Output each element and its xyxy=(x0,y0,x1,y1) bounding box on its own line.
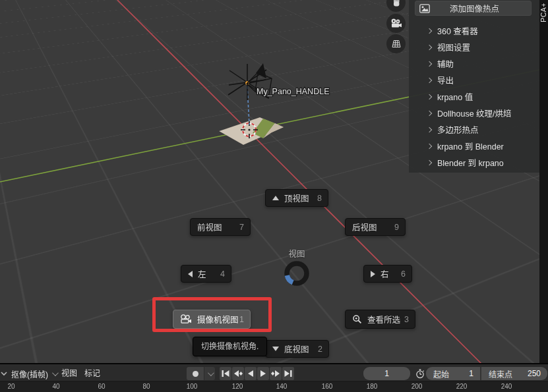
menu-marker[interactable]: 标记 xyxy=(82,367,102,380)
triangle-right-icon xyxy=(371,271,375,277)
pie-item-right-view[interactable]: 右 6 xyxy=(363,265,412,283)
pie-menu-direction-donut xyxy=(282,258,312,289)
timeline-header: 抠像(插帧) 视图 标记 xyxy=(0,364,548,381)
record-icon xyxy=(193,371,198,377)
jump-to-end-button[interactable] xyxy=(282,367,294,380)
sidebar-item-assist[interactable]: 辅助 xyxy=(409,55,539,72)
chevron-right-icon xyxy=(427,95,431,99)
pie-item-view-selected[interactable]: 查看所选 3 xyxy=(345,310,415,329)
ruler-tick: 40 xyxy=(46,383,66,390)
auto-keying-record-button[interactable] xyxy=(187,367,204,380)
chevron-right-icon xyxy=(427,45,431,49)
play-reverse-icon xyxy=(247,370,255,378)
sidebar-item-polygon-hotspot[interactable]: 多边形热点 xyxy=(409,121,539,138)
stopwatch-icon xyxy=(415,368,425,379)
camera-view-tooltip: 切换摄像机视角. xyxy=(193,337,267,356)
sidebar-tab-strip: PCA+ xyxy=(539,0,548,363)
pie-item-left-view[interactable]: 左 4 xyxy=(181,265,231,283)
camera-icon xyxy=(180,314,192,324)
jump-start-icon xyxy=(221,370,230,378)
object-name-label: My_Pano_HANDLE xyxy=(257,87,329,96)
pie-item-top-view[interactable]: 顶视图 8 xyxy=(265,189,328,207)
jump-to-start-button[interactable] xyxy=(220,367,231,380)
hand-icon xyxy=(391,0,402,8)
frame-end-field[interactable]: 结束点 250 xyxy=(481,367,547,380)
ruler-tick: 200 xyxy=(407,383,427,390)
sidebar-item-krpano-values[interactable]: krpano 值 xyxy=(409,88,539,105)
chevron-right-icon xyxy=(427,128,431,132)
chevron-right-icon xyxy=(427,144,431,148)
add-image-hotspot-button[interactable]: 添加图像热点 xyxy=(415,1,532,16)
pano-plane[interactable] xyxy=(219,117,284,145)
menu-view[interactable]: 视图 xyxy=(59,367,79,380)
ruler-tick: 240 xyxy=(497,383,516,390)
ruler-tick: 100 xyxy=(182,383,202,390)
play-button[interactable] xyxy=(257,367,269,380)
play-icon xyxy=(259,370,267,378)
next-keyframe-button[interactable] xyxy=(270,367,282,380)
pie-item-front-view[interactable]: 前视图 7 xyxy=(190,218,251,236)
pie-item-camera-view[interactable]: 摄像机视图 1 xyxy=(173,310,251,329)
ruler-tick: 220 xyxy=(452,383,472,390)
sidebar-tab-pca[interactable]: PCA+ xyxy=(539,3,548,22)
triangle-up-icon xyxy=(272,196,279,200)
chevron-right-icon xyxy=(427,78,431,82)
chevron-right-icon xyxy=(427,29,431,33)
triangle-down-icon xyxy=(272,347,279,351)
ruler-tick: 60 xyxy=(92,383,111,390)
chevron-down-icon xyxy=(52,370,59,376)
prev-keyframe-icon xyxy=(233,370,243,378)
sidebar-item-krpano-to-blender[interactable]: krpano 到 Blender xyxy=(409,138,539,154)
chevron-down-icon xyxy=(207,370,214,376)
sidebar-item-view-settings[interactable]: 视图设置 xyxy=(409,39,539,55)
timeline-ruler[interactable]: 20 40 60 80 100 120 140 160 180 200 220 … xyxy=(0,381,548,392)
keying-options-dropdown[interactable] xyxy=(204,367,215,380)
ruler-tick: 80 xyxy=(137,383,156,390)
previous-keyframe-button[interactable] xyxy=(232,367,244,380)
chevron-right-icon xyxy=(427,161,431,165)
play-reverse-button[interactable] xyxy=(245,367,257,380)
triangle-left-icon xyxy=(188,271,193,277)
camera-icon xyxy=(390,18,402,28)
keying-mode-dropdown[interactable]: 抠像(插帧) xyxy=(9,367,59,380)
sidebar-item-export[interactable]: 导出 xyxy=(409,72,539,88)
magnifier-icon xyxy=(352,314,362,324)
ruler-tick: 140 xyxy=(272,383,291,390)
chevron-right-icon xyxy=(427,62,431,66)
next-keyframe-icon xyxy=(270,370,281,378)
editor-type-chevron-icon[interactable] xyxy=(0,370,8,378)
chevron-right-icon xyxy=(427,111,431,115)
pie-item-back-view[interactable]: 后视图 9 xyxy=(345,218,406,236)
blender-window: My_Pano_HANDLE xyxy=(0,0,548,392)
krpano-sidebar-panel: 添加图像热点 360 查看器 视图设置 辅助 导出 krpano 值 xyxy=(409,0,539,173)
grid-icon xyxy=(391,40,402,48)
3d-viewport[interactable]: My_Pano_HANDLE xyxy=(0,0,548,363)
frame-range-fields: 起始 1 结束点 250 xyxy=(426,367,547,380)
ruler-tick: 120 xyxy=(228,383,247,390)
jump-end-icon xyxy=(284,370,293,378)
current-frame-field[interactable]: 1 xyxy=(363,367,410,380)
add-image-hotspot-label: 添加图像热点 xyxy=(430,2,531,14)
toggle-camera-view-button[interactable] xyxy=(386,14,406,33)
sidebar-item-blender-to-krpano[interactable]: Blender 到 krpano xyxy=(409,154,539,171)
toggle-perspective-button[interactable] xyxy=(386,34,406,53)
ruler-tick: 180 xyxy=(362,383,382,390)
pie-item-bottom-view[interactable]: 底视图 2 xyxy=(265,340,329,358)
ruler-tick: 20 xyxy=(1,383,21,390)
sidebar-item-360-viewer[interactable]: 360 查看器 xyxy=(409,22,539,39)
ruler-tick: 160 xyxy=(317,383,337,390)
frame-start-field[interactable]: 起始 1 xyxy=(426,367,480,380)
image-icon xyxy=(419,4,430,13)
sidebar-item-dollhouse[interactable]: Dollhouse 纹理/烘焙 xyxy=(409,105,539,121)
